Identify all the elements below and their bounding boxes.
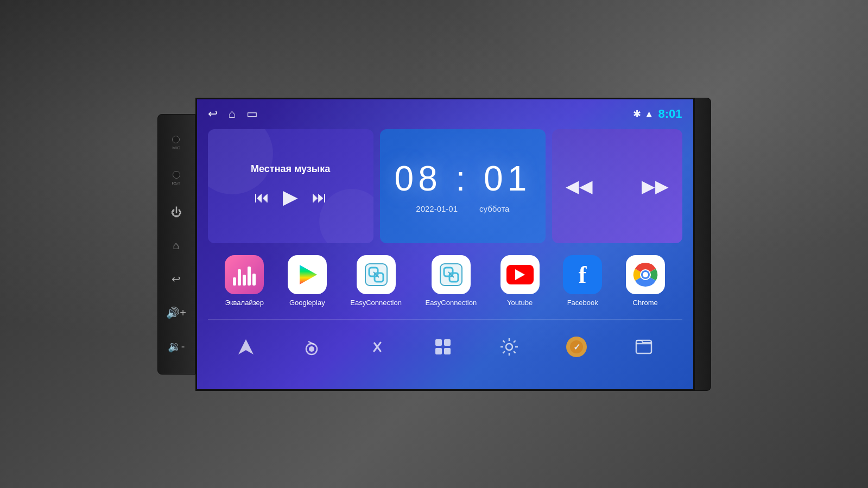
- youtube-logo: [506, 265, 534, 284]
- easyconnection1-label: EasyConnection: [350, 299, 402, 307]
- googleplay-icon: [288, 255, 327, 294]
- status-icons: ✱ ▲: [633, 108, 654, 120]
- music-widget[interactable]: Местная музыка ⏮ ▶ ⏭: [208, 129, 373, 243]
- nav-navigation-button[interactable]: [236, 337, 256, 357]
- clock-widget: 08 : 01 2022-01-01 суббота: [380, 129, 546, 243]
- app-easyconnection2[interactable]: EasyConnection: [425, 255, 477, 307]
- facebook-icon: f: [563, 255, 602, 294]
- equalizer-label: Эквалайзер: [225, 299, 264, 307]
- svg-point-21: [506, 344, 512, 350]
- apps-row: Эквалайзер: [197, 243, 693, 319]
- svg-rect-17: [435, 339, 442, 346]
- equalizer-icon: [225, 255, 264, 294]
- volume-up-button[interactable]: 🔊+: [166, 306, 186, 319]
- bluetooth-status-icon: ✱: [633, 108, 641, 120]
- app-equalizer[interactable]: Эквалайзер: [225, 255, 264, 307]
- widgets-row: Местная музыка ⏮ ▶ ⏭ 08 : 01 2022-01-01 …: [197, 129, 693, 243]
- media-next-button[interactable]: ▶▶: [642, 176, 669, 197]
- svg-point-12: [643, 272, 648, 277]
- top-right-status: ✱ ▲ 8:01: [633, 107, 682, 121]
- googleplay-label: Googleplay: [289, 299, 325, 307]
- facebook-label: Facebook: [567, 299, 598, 307]
- clock-day: суббота: [479, 204, 509, 213]
- device-container: MIC RST ⏻ ⌂ ↩ 🔊+ 🔉- ↩ ⌂ ▭ ✱ ▲ 8:01: [157, 98, 711, 391]
- right-bezel: [695, 98, 711, 391]
- svg-rect-18: [444, 339, 451, 346]
- youtube-icon: [500, 255, 540, 294]
- nav-settings-button[interactable]: [499, 337, 519, 357]
- nav-icons: ↩ ⌂ ▭: [208, 107, 258, 121]
- recents-icon[interactable]: ▭: [246, 107, 258, 121]
- app-easyconnection1[interactable]: EasyConnection: [350, 255, 402, 307]
- clock-date-row: 2022-01-01 суббота: [416, 204, 509, 213]
- chrome-icon: [626, 255, 665, 294]
- music-rewind-button[interactable]: ⏮: [254, 188, 269, 206]
- chrome-label: Chrome: [633, 299, 658, 307]
- wifi-status-icon: ▲: [644, 109, 654, 120]
- svg-text:✓: ✓: [573, 343, 580, 352]
- media-widget[interactable]: ◀◀ ▶▶: [552, 129, 682, 243]
- home-side-button[interactable]: ⌂: [173, 239, 179, 252]
- nav-radio-button[interactable]: [302, 337, 321, 357]
- nav-bluetooth-button[interactable]: [368, 337, 387, 357]
- nav-tasker-button[interactable]: ✓: [565, 335, 588, 358]
- back-icon[interactable]: ↩: [208, 107, 218, 121]
- rst-indicator: RST: [172, 171, 181, 186]
- clock-small: 8:01: [658, 107, 682, 121]
- top-bar: ↩ ⌂ ▭ ✱ ▲ 8:01: [197, 99, 693, 129]
- app-facebook[interactable]: f Facebook: [563, 255, 602, 307]
- easyconnection1-icon: [357, 255, 396, 294]
- left-panel: MIC RST ⏻ ⌂ ↩ 🔊+ 🔉-: [157, 114, 195, 375]
- media-prev-button[interactable]: ◀◀: [566, 176, 593, 197]
- easyconnection2-label: EasyConnection: [425, 299, 477, 307]
- mic-label: MIC: [172, 145, 180, 150]
- svg-rect-20: [444, 348, 451, 354]
- youtube-label: Youtube: [507, 299, 533, 307]
- music-forward-button[interactable]: ⏭: [312, 188, 327, 206]
- music-title: Местная музыка: [251, 163, 330, 175]
- chrome-logo: [632, 261, 659, 288]
- nav-files-button[interactable]: [634, 337, 654, 357]
- mic-indicator: MIC: [172, 136, 180, 150]
- volume-down-button[interactable]: 🔉-: [168, 340, 185, 353]
- svg-point-15: [309, 346, 314, 352]
- main-screen: ↩ ⌂ ▭ ✱ ▲ 8:01 Местная музыка ⏮ ▶ ⏭: [195, 98, 695, 391]
- clock-date: 2022-01-01: [416, 204, 458, 213]
- nav-apps-button[interactable]: [433, 337, 453, 357]
- power-button[interactable]: ⏻: [171, 206, 182, 219]
- rst-label: RST: [172, 181, 181, 186]
- youtube-play-triangle: [515, 269, 525, 280]
- app-chrome[interactable]: Chrome: [626, 255, 665, 307]
- bottom-bar: ✓: [197, 320, 693, 374]
- back-side-button[interactable]: ↩: [172, 272, 181, 286]
- clock-time: 08 : 01: [395, 159, 531, 199]
- facebook-f-logo: f: [579, 261, 587, 289]
- home-icon[interactable]: ⌂: [229, 107, 236, 121]
- app-youtube[interactable]: Youtube: [500, 255, 540, 307]
- app-googleplay[interactable]: Googleplay: [288, 255, 327, 307]
- music-play-button[interactable]: ▶: [283, 186, 298, 208]
- svg-marker-13: [238, 339, 254, 354]
- eq-bars: [233, 264, 256, 286]
- svg-rect-19: [435, 348, 442, 354]
- easyconnection2-icon: [432, 255, 471, 294]
- music-controls: ⏮ ▶ ⏭: [254, 186, 327, 208]
- svg-marker-0: [300, 265, 317, 284]
